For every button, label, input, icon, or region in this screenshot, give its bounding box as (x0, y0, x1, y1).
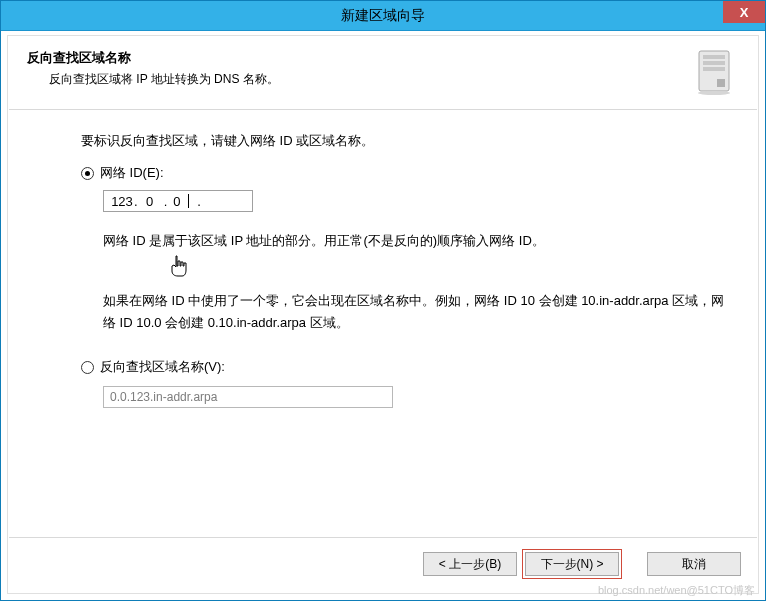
titlebar: 新建区域向导 X (1, 1, 765, 31)
page-subtitle: 反向查找区域将 IP 地址转换为 DNS 名称。 (27, 71, 695, 88)
svg-rect-2 (703, 61, 725, 65)
header-text-block: 反向查找区域名称 反向查找区域将 IP 地址转换为 DNS 名称。 (27, 49, 695, 88)
footer-button-row: < 上一步(B) 下一步(N) > 取消 (9, 538, 757, 592)
wizard-body: 反向查找区域名称 反向查找区域将 IP 地址转换为 DNS 名称。 要标识反向查… (1, 31, 765, 600)
next-button[interactable]: 下一步(N) > (525, 552, 619, 576)
network-id-help-2: 如果在网络 ID 中使用了一个零，它会出现在区域名称中。例如，网络 ID 10 … (103, 290, 729, 334)
form-intro: 要标识反向查找区域，请键入网络 ID 或区域名称。 (81, 132, 729, 150)
ip-octet-3: 0 (173, 194, 187, 209)
wizard-window: 新建区域向导 X 反向查找区域名称 反向查找区域将 IP 地址转换为 DNS 名… (0, 0, 766, 601)
ip-octet-1: 123 (110, 194, 134, 209)
svg-rect-1 (703, 55, 725, 59)
page-title: 反向查找区域名称 (27, 49, 695, 67)
network-id-radio-row[interactable]: 网络 ID(E): (81, 164, 729, 182)
help-text-1: 网络 ID 是属于该区域 IP 地址的部分。用正常(不是反向的)顺序输入网络 I… (103, 233, 545, 248)
ip-input-row: 123 . 0 . 0 . (103, 190, 729, 212)
page-header: 反向查找区域名称 反向查找区域将 IP 地址转换为 DNS 名称。 (9, 35, 757, 109)
ip-dot-3: . (197, 194, 201, 209)
window-title: 新建区域向导 (1, 7, 765, 25)
close-button[interactable]: X (723, 1, 765, 23)
svg-rect-4 (717, 79, 725, 87)
svg-rect-3 (703, 67, 725, 71)
radio-zone-name[interactable] (81, 361, 94, 374)
cancel-button[interactable]: 取消 (647, 552, 741, 576)
radio-network-id[interactable] (81, 167, 94, 180)
ip-dot-2: . (164, 194, 168, 209)
ip-octet-2: 0 (138, 194, 162, 209)
network-id-label: 网络 ID(E): (100, 164, 164, 182)
spacer (627, 552, 639, 576)
svg-point-5 (698, 91, 730, 95)
pointer-cursor-icon (169, 254, 189, 288)
text-caret (188, 194, 189, 208)
network-id-input[interactable]: 123 . 0 . 0 . (103, 190, 253, 212)
form-area: 要标识反向查找区域，请键入网络 ID 或区域名称。 网络 ID(E): 123 … (9, 110, 757, 537)
network-id-help-1: 网络 ID 是属于该区域 IP 地址的部分。用正常(不是反向的)顺序输入网络 I… (103, 230, 729, 252)
zone-name-input[interactable]: 0.0.123.in-addr.arpa (103, 386, 393, 408)
back-button[interactable]: < 上一步(B) (423, 552, 517, 576)
zone-name-radio-row[interactable]: 反向查找区域名称(V): (81, 358, 729, 376)
zone-name-label: 反向查找区域名称(V): (100, 358, 225, 376)
server-icon (695, 49, 733, 95)
close-icon: X (740, 5, 749, 20)
zone-name-value: 0.0.123.in-addr.arpa (110, 390, 217, 404)
